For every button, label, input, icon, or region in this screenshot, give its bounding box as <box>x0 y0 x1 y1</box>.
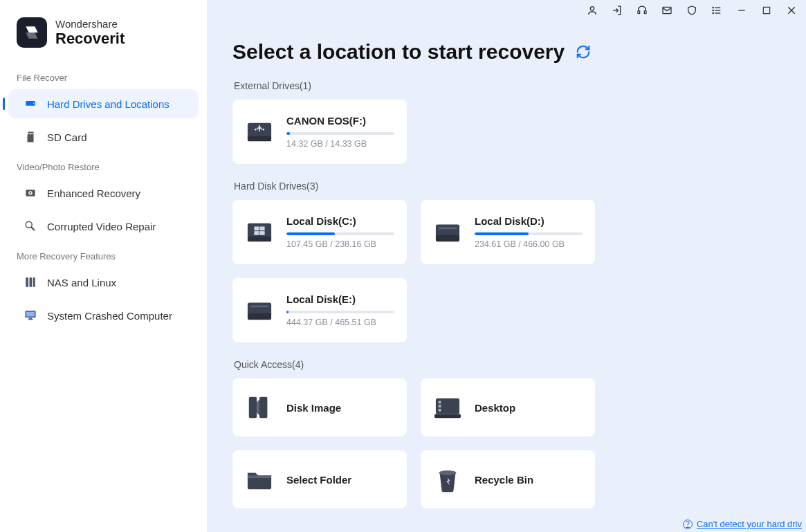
sidebar-item-enhanced-recovery[interactable]: Enhanced Recovery <box>8 178 199 208</box>
sidebar-item-sd-card[interactable]: SD Card <box>8 122 199 152</box>
hard-drive-icon <box>245 297 274 324</box>
section-external-drives: External Drives(1) <box>234 80 781 91</box>
quick-label: Disk Image <box>286 402 394 414</box>
drive-name: Local Disk(D:) <box>475 215 583 227</box>
sidebar-item-label: SD Card <box>47 131 87 143</box>
svg-rect-50 <box>259 397 267 418</box>
sd-card-icon <box>24 131 37 143</box>
svg-rect-54 <box>439 405 441 407</box>
quick-label: Desktop <box>475 402 583 414</box>
svg-rect-38 <box>248 236 271 241</box>
sidebar-item-hard-drives[interactable]: Hard Drives and Locations <box>8 89 199 118</box>
svg-rect-48 <box>250 305 269 307</box>
section-hard-disk-drives: Hard Disk Drives(3) <box>234 181 781 192</box>
quick-card-desktop[interactable]: Desktop <box>421 378 595 437</box>
sidebar-item-label: NAS and Linux <box>47 277 116 288</box>
drive-name: Local Disk(C:) <box>286 215 394 227</box>
drive-usage: 234.61 GB / 466.00 GB <box>475 239 583 249</box>
svg-rect-18 <box>28 319 33 320</box>
drive-name: CANON EOS(F:) <box>286 115 394 127</box>
sidebar-item-corrupted-video[interactable]: Corrupted Video Repair <box>8 212 199 241</box>
sidebar-item-label: System Crashed Computer <box>47 310 172 322</box>
svg-marker-1 <box>26 33 37 39</box>
sidebar-item-nas-linux[interactable]: NAS and Linux <box>8 268 199 297</box>
refresh-icon[interactable] <box>576 44 591 59</box>
brand-line2: Recoverit <box>55 30 125 48</box>
headset-icon[interactable] <box>636 4 648 17</box>
help-icon: ? <box>683 520 693 529</box>
disk-image-icon <box>245 394 274 421</box>
svg-point-26 <box>713 7 713 8</box>
recycle-bin-icon <box>433 466 462 493</box>
quick-label: Recycle Bin <box>475 474 583 486</box>
svg-rect-5 <box>30 133 31 134</box>
svg-rect-21 <box>644 11 646 14</box>
sidebar-section-video-photo: Video/Photo Restore <box>0 154 207 176</box>
svg-rect-12 <box>26 277 28 287</box>
menu-icon[interactable] <box>711 4 723 17</box>
external-drive-icon <box>245 118 274 146</box>
page-title: Select a location to start recovery <box>232 40 565 64</box>
usage-bar <box>286 311 394 313</box>
section-quick-access: Quick Access(4) <box>234 359 781 370</box>
user-icon[interactable] <box>586 4 598 17</box>
svg-point-19 <box>590 7 594 10</box>
hard-drive-icon <box>433 219 462 246</box>
brand-logo-icon <box>17 17 47 48</box>
drive-card-local-e[interactable]: Local Disk(E:) 444.37 GB / 465.51 GB <box>232 278 407 342</box>
usage-bar <box>286 132 394 135</box>
quick-label: Select Folder <box>286 474 394 486</box>
sidebar-item-label: Enhanced Recovery <box>47 187 140 199</box>
maximize-icon[interactable] <box>760 4 773 17</box>
drive-usage: 14.32 GB / 14.33 GB <box>286 139 394 149</box>
brand: Wondershare Recoverit <box>0 14 207 64</box>
svg-point-28 <box>713 12 713 13</box>
drive-card-local-c[interactable]: Local Disk(C:) 107.45 GB / 238.16 GB <box>232 200 407 264</box>
svg-rect-39 <box>254 226 259 230</box>
sidebar-item-label: Hard Drives and Locations <box>47 98 170 110</box>
content: Select a location to start recovery Exte… <box>208 21 806 532</box>
mail-icon[interactable] <box>661 4 673 17</box>
sidebar-item-label: Corrupted Video Repair <box>47 221 156 232</box>
svg-rect-42 <box>259 231 265 235</box>
desktop-icon <box>433 394 462 421</box>
drive-card-local-d[interactable]: Local Disk(D:) 234.61 GB / 466.00 GB <box>421 200 595 264</box>
minimize-icon[interactable] <box>735 4 748 17</box>
svg-point-35 <box>255 128 257 130</box>
shield-icon[interactable] <box>686 4 698 17</box>
close-icon[interactable] <box>785 4 798 17</box>
svg-rect-14 <box>33 277 35 287</box>
drive-icon <box>24 98 37 110</box>
svg-rect-53 <box>439 401 441 404</box>
svg-rect-40 <box>259 226 265 230</box>
svg-rect-55 <box>439 409 441 412</box>
svg-marker-0 <box>26 26 37 33</box>
svg-rect-49 <box>249 397 257 418</box>
nas-icon <box>24 276 37 288</box>
quick-card-select-folder[interactable]: Select Folder <box>232 450 407 508</box>
svg-rect-34 <box>248 136 271 141</box>
svg-rect-17 <box>29 318 33 320</box>
page-title-row: Select a location to start recovery <box>232 40 781 64</box>
svg-rect-44 <box>436 235 459 241</box>
svg-rect-57 <box>248 475 271 478</box>
brand-line1: Wondershare <box>55 18 125 30</box>
svg-rect-30 <box>763 7 769 13</box>
footer-link-text: Can't detect your hard driv <box>697 519 802 529</box>
svg-rect-4 <box>30 133 30 134</box>
sidebar-section-more: More Recovery Features <box>0 243 207 266</box>
quick-card-recycle-bin[interactable]: Recycle Bin <box>421 450 595 508</box>
cant-detect-link[interactable]: ? Can't detect your hard driv <box>683 519 802 529</box>
svg-rect-47 <box>248 313 271 320</box>
svg-rect-56 <box>434 414 461 419</box>
main: Select a location to start recovery Exte… <box>208 0 806 532</box>
sidebar-item-crashed-computer[interactable]: System Crashed Computer <box>8 301 199 330</box>
svg-point-9 <box>30 192 32 194</box>
login-icon[interactable] <box>611 4 623 17</box>
drive-card-canon-eos[interactable]: CANON EOS(F:) 14.32 GB / 14.33 GB <box>232 100 407 164</box>
svg-line-11 <box>31 227 35 230</box>
repair-icon <box>24 220 37 232</box>
svg-rect-45 <box>439 227 457 229</box>
quick-card-disk-image[interactable]: Disk Image <box>232 378 407 437</box>
drive-name: Local Disk(E:) <box>286 293 394 305</box>
